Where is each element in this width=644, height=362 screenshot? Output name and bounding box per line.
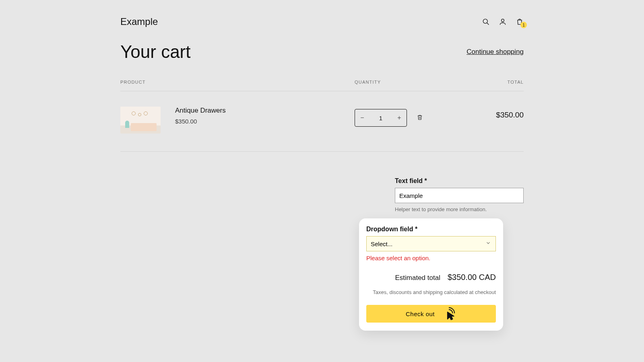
quantity-increase-button[interactable]: + (392, 109, 407, 126)
remove-item-button[interactable] (417, 114, 423, 121)
quantity-decrease-button[interactable]: − (355, 109, 369, 126)
dropdown-field-label: Dropdown field * (366, 226, 496, 233)
svg-point-0 (483, 19, 487, 23)
quantity-stepper: − 1 + (355, 109, 407, 127)
line-total: $350.00 (459, 111, 524, 119)
checkout-card: Dropdown field * Select... Please select… (359, 218, 503, 331)
brand-title[interactable]: Example (120, 16, 158, 27)
estimated-total-label: Estimated total (395, 274, 440, 282)
checkout-button[interactable]: Check out (366, 305, 496, 323)
cart-item-row: Antique Drawers $350.00 − 1 + $350.00 (120, 91, 524, 152)
cart-icon[interactable]: 1 (516, 18, 524, 26)
cart-count-badge: 1 (520, 22, 527, 28)
tax-note: Taxes, discounts and shipping calculated… (366, 289, 496, 295)
continue-shopping-link[interactable]: Continue shopping (466, 48, 524, 56)
cart-table-header: PRODUCT QUANTITY TOTAL (120, 80, 524, 91)
dropdown-error-message: Please select an option. (366, 255, 496, 261)
product-unit-price: $350.00 (175, 118, 355, 125)
col-product-label: PRODUCT (120, 80, 355, 84)
col-total-label: TOTAL (459, 80, 524, 84)
text-field-label: Text field * (395, 177, 524, 185)
svg-line-1 (487, 23, 489, 25)
tap-cursor-icon (441, 306, 456, 322)
quantity-value: 1 (369, 115, 392, 121)
page-title: Your cart (120, 42, 190, 62)
search-icon[interactable] (482, 18, 490, 26)
svg-point-2 (502, 19, 504, 22)
product-thumbnail[interactable] (120, 107, 161, 134)
dropdown-field-select[interactable]: Select... (366, 236, 496, 251)
account-icon[interactable] (499, 18, 507, 26)
text-field-input[interactable] (395, 188, 524, 203)
estimated-total-value: $350.00 CAD (448, 273, 496, 282)
text-field-helper: Helper text to provide more information. (395, 206, 524, 212)
product-name[interactable]: Antique Drawers (175, 107, 355, 115)
checkout-button-label: Check out (406, 311, 435, 317)
col-quantity-label: QUANTITY (355, 80, 459, 84)
